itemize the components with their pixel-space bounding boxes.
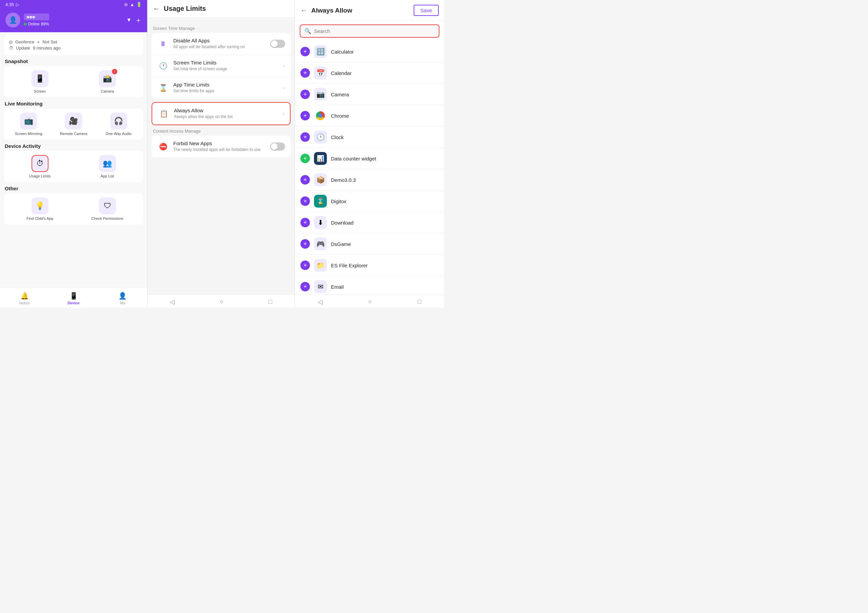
one-way-audio-item[interactable]: 🎧 One-Way Audio — [98, 113, 139, 136]
screen-time-manage-label: Screen Time Manage — [153, 26, 291, 31]
forbid-new-apps-toggle[interactable] — [270, 143, 285, 151]
middle-title: Usage Limits — [164, 5, 206, 12]
app-item-email[interactable]: + ✉ Email — [295, 276, 444, 295]
always-allow-icon: 📋 — [158, 107, 170, 120]
search-box: 🔍 — [300, 25, 439, 38]
disable-all-apps-text: Disable All Apps All apps will be disabl… — [173, 38, 266, 50]
app-item-download[interactable]: + ⬇ Download — [295, 212, 444, 233]
recents-shape[interactable]: □ — [268, 298, 272, 306]
app-item-clock[interactable]: + 🕐 Clock — [295, 127, 444, 148]
geofence-separator: ● — [37, 39, 40, 45]
add-email-button[interactable]: + — [301, 282, 310, 292]
usage-limits-label: Usage Limits — [29, 174, 51, 178]
screen-time-limits-item[interactable]: 🕐 Screen Time Limits Set total time of s… — [152, 55, 291, 77]
always-allow-card: 📋 Always Allow Always allow the apps on … — [152, 102, 291, 125]
me-label: Me — [120, 301, 125, 305]
profile-name: ■■■ — [24, 14, 49, 20]
right-home-shape[interactable]: ○ — [368, 298, 372, 306]
app-list: + 🔢 Calculator + 📅 Calendar + 📷 Camera +… — [295, 41, 444, 295]
app-time-limits-item[interactable]: ⌛ App Time Limits Set time limits for ap… — [152, 77, 291, 99]
remote-camera-item[interactable]: 🎥 Remote Camera — [53, 113, 94, 136]
find-childs-app-icon-box: 💡 — [31, 197, 48, 214]
forbid-new-apps-item[interactable]: ⛔ Forbid New Apps The newly installed ap… — [152, 136, 291, 157]
app-item-calendar[interactable]: + 📅 Calendar — [295, 62, 444, 84]
other-section: Other — [5, 186, 143, 191]
calendar-icon-box: 📅 — [314, 67, 327, 79]
digitox-icon: ⌛ — [317, 197, 324, 205]
digitox-icon-box: ⌛ — [314, 195, 327, 208]
online-dot — [24, 23, 26, 25]
disable-toggle-knob — [271, 40, 278, 47]
add-clock-button[interactable]: + — [301, 132, 310, 142]
device-label: Device — [67, 301, 79, 305]
app-item-chrome[interactable]: + Chrome — [295, 105, 444, 127]
nav-device[interactable]: 📱 Device — [49, 290, 98, 306]
back-shape[interactable]: ◁ — [170, 298, 175, 306]
add-es-explorer-button[interactable]: + — [301, 261, 310, 270]
middle-back-button[interactable]: ← — [153, 5, 160, 12]
camera-badge: ! — [112, 69, 117, 74]
app-list-item[interactable]: 👥 App List — [76, 155, 139, 178]
add-digitox-button[interactable]: + — [301, 196, 310, 206]
home-shape[interactable]: ○ — [220, 298, 223, 306]
profile-header: 👤 ■■■ Online 89% ▼ ＋ — [0, 9, 147, 32]
es-explorer-label: ES File Explorer — [331, 262, 367, 268]
one-way-audio-label: One-Way Audio — [105, 132, 132, 136]
search-input[interactable] — [314, 28, 435, 34]
right-bottom-nav: ◁ ○ □ — [295, 295, 444, 308]
add-chrome-button[interactable]: + — [301, 111, 310, 120]
nav-notice[interactable]: 🔔 Notice — [0, 290, 49, 306]
screen-mirroring-item[interactable]: 📺 Screen Mirroring — [8, 113, 49, 136]
disable-all-apps-toggle[interactable] — [270, 40, 285, 48]
usage-limits-item[interactable]: ⏱ Usage Limits — [8, 155, 71, 178]
add-calculator-button[interactable]: + — [301, 47, 310, 56]
forbid-new-apps-desc: The newly installed apps will be forbidd… — [173, 147, 266, 153]
clock-label: Clock — [331, 134, 344, 140]
snapshot-camera-label: Camera — [101, 89, 114, 93]
chrome-label: Chrome — [331, 113, 349, 119]
update-row: ⏱ Update 9 minutes ago — [9, 45, 138, 51]
add-demo-button[interactable]: + — [301, 175, 310, 185]
bottom-nav: 🔔 Notice 📱 Device 👤 Me — [0, 287, 147, 308]
app-item-dsgame[interactable]: + 🎮 DsGame — [295, 233, 444, 255]
dropdown-icon[interactable]: ▼ — [126, 17, 132, 23]
calendar-label: Calendar — [331, 70, 352, 76]
live-monitoring-card: 📺 Screen Mirroring 🎥 Remote Camera 🎧 One… — [4, 109, 143, 140]
always-allow-item[interactable]: 📋 Always Allow Always allow the apps on … — [152, 103, 290, 124]
add-camera-button[interactable]: + — [301, 90, 310, 99]
check-permissions-item[interactable]: 🛡 Check Permissions — [76, 197, 139, 220]
update-value: 9 minutes ago — [33, 45, 61, 51]
snapshot-camera-item[interactable]: 📸 ! Camera — [76, 70, 139, 93]
app-item-digitox[interactable]: + ⌛ Digitox — [295, 191, 444, 212]
left-panel: 4:35 ▷ ⊖ ▲ 🔋 👤 ■■■ Online 89% ▼ ＋ — [0, 0, 147, 308]
geofence-label: Geofence — [15, 39, 34, 45]
snapshot-screen-label: Screen — [34, 89, 46, 93]
add-calendar-button[interactable]: + — [301, 68, 310, 78]
right-back-shape[interactable]: ◁ — [318, 298, 322, 306]
app-list-label: App List — [101, 174, 114, 178]
camera-icon-box: 📷 — [314, 88, 327, 101]
nav-me[interactable]: 👤 Me — [98, 290, 147, 306]
find-childs-app-item[interactable]: 💡 Find Child's App — [8, 197, 71, 220]
app-item-camera[interactable]: + 📷 Camera — [295, 84, 444, 105]
screen-time-limits-text: Screen Time Limits Set total time of scr… — [173, 60, 279, 72]
right-back-button[interactable]: ← — [301, 6, 307, 14]
add-download-button[interactable]: + — [301, 218, 310, 227]
download-label: Download — [331, 220, 353, 226]
app-time-limits-icon: ⌛ — [157, 82, 169, 94]
me-icon: 👤 — [118, 292, 127, 300]
app-item-es-explorer[interactable]: + 📁 ES File Explorer — [295, 255, 444, 276]
save-button[interactable]: Save — [414, 5, 439, 16]
time-display: 4:35 — [5, 2, 14, 7]
app-item-data-counter[interactable]: + 📊 Data counter widget — [295, 148, 444, 169]
disable-all-apps-item[interactable]: ⏸ Disable All Apps All apps will be disa… — [152, 33, 291, 55]
geofence-icon: ◎ — [9, 39, 12, 45]
device-icon: 📱 — [70, 292, 78, 300]
app-item-calculator[interactable]: + 🔢 Calculator — [295, 41, 444, 62]
add-data-counter-button[interactable]: + — [301, 154, 310, 163]
snapshot-screen-item[interactable]: 📱 Screen — [8, 70, 71, 93]
add-dsgame-button[interactable]: + — [301, 239, 310, 249]
right-recents-shape[interactable]: □ — [418, 298, 422, 306]
add-icon[interactable]: ＋ — [135, 16, 142, 25]
app-item-demo[interactable]: + 📦 Demo3.0.3 — [295, 169, 444, 191]
